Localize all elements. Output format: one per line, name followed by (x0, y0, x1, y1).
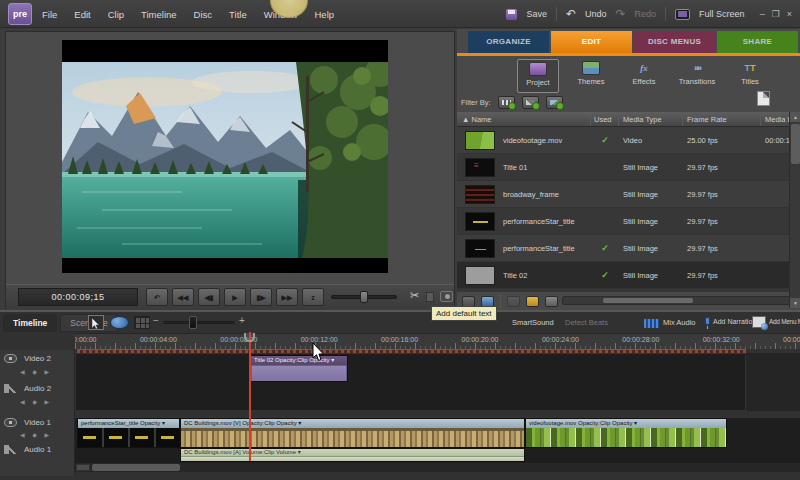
tab-timeline[interactable]: Timeline (3, 314, 57, 332)
freeze-frame-icon[interactable] (440, 291, 453, 302)
keyframe-nav[interactable]: ◀ ◆ ▶ (20, 431, 52, 438)
subnav-themes[interactable]: Themes (570, 59, 612, 93)
step-forward-button[interactable]: ▮▶ (250, 288, 272, 306)
grid-view-icon[interactable] (481, 296, 494, 307)
track-name-audio1: Audio 1 (24, 445, 51, 454)
column-header-media-type[interactable]: Media Type (619, 112, 683, 126)
subnav-transitions[interactable]: »»Transitions (676, 59, 718, 93)
timeline-horizontal-scrollbar[interactable] (75, 463, 800, 472)
column-header-media-duration[interactable]: Media Duration (761, 112, 789, 126)
tab-edit[interactable]: EDIT (551, 31, 632, 53)
subnav-label: Project (518, 78, 558, 87)
scrollbar-thumb[interactable] (791, 124, 800, 164)
media-frame-rate: 29.97 fps (683, 163, 761, 172)
table-row[interactable]: Title 01Still Image29.97 fps (457, 154, 789, 181)
zoom-slider-handle[interactable] (189, 316, 197, 329)
media-name-cell: broadway_frame (457, 185, 591, 204)
menu-item-help[interactable]: Help (315, 9, 335, 20)
filter-video-icon[interactable] (498, 96, 515, 109)
step-back-button[interactable]: ◀▮ (198, 288, 220, 306)
smartsound-button[interactable]: SmartSound (512, 318, 554, 327)
restore-button[interactable]: ❐ (772, 9, 780, 19)
keyframe-nav[interactable]: ◀ ◆ ▶ (20, 368, 52, 375)
timecode-display[interactable]: 00:00:09;15 (18, 288, 138, 306)
list-view-icon[interactable] (462, 296, 475, 307)
keyframe-nav[interactable]: ◀ ◆ ▶ (20, 398, 52, 405)
table-row[interactable]: broadway_frameStill Image29.97 fps (457, 181, 789, 208)
clip-title02-video2[interactable]: Title 02 Opacity:Clip Opacity ▾ (250, 355, 348, 382)
column-header-frame-rate[interactable]: Frame Rate (683, 112, 761, 126)
save-button[interactable]: Save (526, 9, 547, 19)
media-horizontal-scrollbar[interactable] (562, 296, 790, 305)
play-button[interactable]: ▶ (224, 288, 246, 306)
add-narration-button[interactable]: Add Narration (713, 318, 756, 325)
table-row[interactable]: Title 02✓Still Image29.97 fps (457, 262, 789, 289)
detect-beats-button[interactable]: Detect Beats (565, 318, 608, 327)
current-time-indicator[interactable] (249, 332, 251, 461)
filter-image-icon[interactable] (546, 96, 563, 109)
tab-share[interactable]: SHARE (717, 31, 798, 53)
track-mute-speaker-icon[interactable] (4, 445, 17, 454)
menu-item-title[interactable]: Title (229, 9, 247, 20)
split-clip-icon[interactable]: ✂ (410, 289, 419, 302)
clip-performancestar-video1[interactable]: performanceStar_title Opacity ▾ (77, 418, 180, 448)
fast-forward-button[interactable]: ▶▶ (276, 288, 298, 306)
media-table-header: ▲ Name Used Media Type Frame Rate Media … (457, 112, 789, 127)
menu-item-edit[interactable]: Edit (74, 9, 90, 20)
zoom-in-icon[interactable]: + (239, 315, 245, 326)
full-screen-button[interactable]: Full Screen (699, 9, 745, 19)
zoom-slider-track[interactable] (163, 321, 235, 324)
media-vertical-scrollbar[interactable]: ▲ ▼ (789, 112, 800, 308)
marker-mini-icon[interactable] (426, 292, 434, 302)
mix-audio-button[interactable]: Mix Audio (663, 318, 696, 327)
clip-videofootage-video1[interactable]: videofootage.mov Opacity:Clip Opacity ▾ (525, 418, 727, 448)
track-visibility-eye-icon[interactable] (4, 354, 17, 363)
new-folder-icon[interactable] (526, 296, 539, 307)
clip-dcbuildings-audio1[interactable]: DC Buildings.mov [A] Volume:Clip Volume … (180, 448, 525, 462)
media-name-cell: performanceStar_title (457, 212, 591, 231)
table-row[interactable]: videofootage.mov✓Video25.00 fps00:00:10:… (457, 127, 789, 154)
subnav-project[interactable]: Project (517, 59, 559, 93)
shuttle-slider-handle[interactable] (360, 291, 368, 303)
undo-button[interactable]: Undo (585, 9, 607, 19)
properties-tool-icon[interactable] (110, 316, 129, 329)
transitions-icon: »» (688, 61, 706, 75)
scrollbar-thumb[interactable] (603, 298, 693, 303)
track-mute-speaker-icon[interactable] (4, 384, 17, 393)
previous-frame-button[interactable]: ◀◀ (172, 288, 194, 306)
subnav-label: Titles (729, 77, 771, 86)
subnav-titles[interactable]: TTTitles (729, 59, 771, 93)
edit-item-icon[interactable] (507, 296, 520, 307)
table-row[interactable]: performanceStar_titleStill Image29.97 fp… (457, 208, 789, 235)
menu-item-disc[interactable]: Disc (194, 9, 212, 20)
new-item-icon[interactable] (757, 91, 770, 106)
subnav-label: Transitions (676, 77, 718, 86)
track-visibility-eye-icon[interactable] (4, 418, 17, 427)
shuttle-button[interactable]: z (302, 288, 324, 306)
column-header-name[interactable]: ▲ Name (457, 112, 591, 126)
tab-disc-menus[interactable]: DISC MENUS (634, 31, 715, 53)
table-row[interactable]: performanceStar_title✓Still Image29.97 f… (457, 235, 789, 262)
media-frame-rate: 25.00 fps (683, 136, 761, 145)
add-menu-marker-button[interactable]: Add Menu Marker (769, 318, 800, 325)
minimize-button[interactable]: – (760, 9, 765, 19)
tab-organize[interactable]: ORGANIZE (468, 31, 549, 53)
column-header-used[interactable]: Used (591, 112, 619, 126)
transport-bar: 00:00:09;15 ↶ ◀◀ ◀▮ ▶ ▮▶ ▶▶ z ✂ (6, 284, 454, 309)
zoom-out-icon[interactable]: − (153, 315, 159, 326)
filter-audio-icon[interactable] (522, 96, 539, 109)
scroll-up-icon[interactable]: ▲ (790, 112, 800, 122)
subnav-effects[interactable]: fxEffects (623, 59, 665, 93)
rewind-button[interactable]: ↶ (146, 288, 168, 306)
track-display-icon[interactable] (134, 316, 150, 329)
menu-item-clip[interactable]: Clip (108, 9, 124, 20)
redo-button[interactable]: Redo (635, 9, 657, 19)
scrollbar-thumb[interactable] (92, 464, 180, 471)
selection-tool-icon[interactable] (88, 315, 104, 330)
clip-dcbuildings-video1[interactable]: DC Buildings.mov [V] Opacity:Clip Opacit… (180, 418, 525, 448)
menu-item-timeline[interactable]: Timeline (141, 9, 177, 20)
close-button[interactable]: × (787, 9, 792, 19)
scrollbar-button[interactable] (76, 464, 90, 471)
delete-icon[interactable] (545, 296, 558, 307)
menu-item-file[interactable]: File (42, 9, 57, 20)
